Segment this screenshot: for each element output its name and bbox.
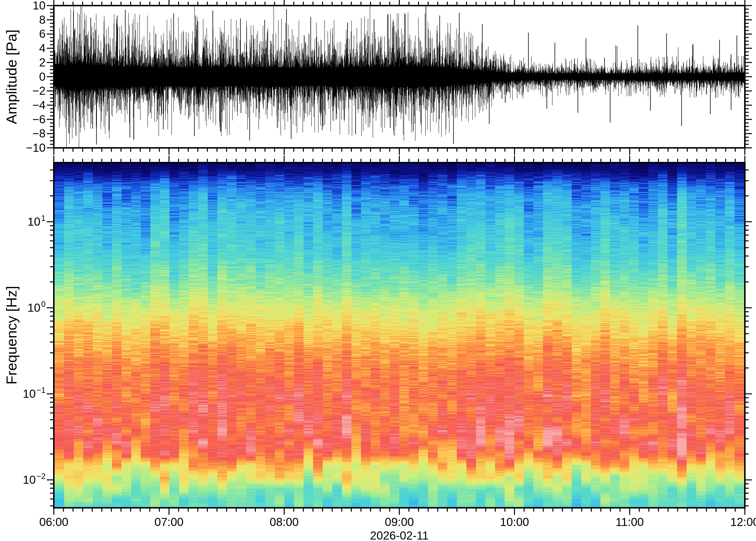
time-tick-label: 08:00	[255, 516, 313, 528]
time-tick-label: 09:00	[370, 516, 428, 528]
amplitude-tick-label: 10	[0, 0, 46, 13]
frequency-tick-exponent: 0	[41, 300, 46, 308]
frequency-tick-mantissa: 10	[27, 300, 40, 315]
time-tick-label: 06:00	[25, 516, 83, 528]
frequency-tick-label: 100	[0, 300, 46, 318]
frequency-tick-exponent: 1	[41, 214, 46, 222]
amplitude-tick-label: 0	[0, 70, 46, 84]
amplitude-tick-label: 8	[0, 13, 46, 27]
amplitude-tick-label: −2	[0, 84, 46, 98]
amplitude-tick-label: 4	[0, 41, 46, 56]
frequency-tick-exponent: −2	[36, 472, 46, 480]
amplitude-tick-label: −10	[0, 141, 46, 155]
amplitude-tick-label: −6	[0, 112, 46, 127]
frequency-tick-label: 10−2	[0, 473, 46, 490]
frequency-tick-mantissa: 10	[23, 473, 36, 487]
time-tick-label: 07:00	[140, 516, 198, 528]
frequency-tick-exponent: −1	[36, 386, 46, 394]
time-tick-label: 12:00	[716, 516, 756, 528]
infrasound-day-figure: Amplitude [Pa] Frequency [Hz] 2026-02-11…	[0, 0, 756, 541]
time-tick-label: 11:00	[601, 516, 659, 528]
amplitude-tick-label: 2	[0, 55, 46, 70]
amplitude-tick-label: −4	[0, 98, 46, 113]
frequency-tick-label: 10−1	[0, 387, 46, 404]
amplitude-tick-label: 6	[0, 27, 46, 41]
frequency-tick-mantissa: 10	[23, 387, 36, 401]
frequency-tick-mantissa: 10	[27, 215, 40, 229]
time-tick-label: 10:00	[485, 516, 544, 528]
frequency-tick-label: 101	[0, 215, 46, 232]
plot-canvas	[0, 0, 756, 541]
date-label: 2026-02-11	[322, 529, 477, 541]
amplitude-tick-label: −8	[0, 126, 46, 141]
